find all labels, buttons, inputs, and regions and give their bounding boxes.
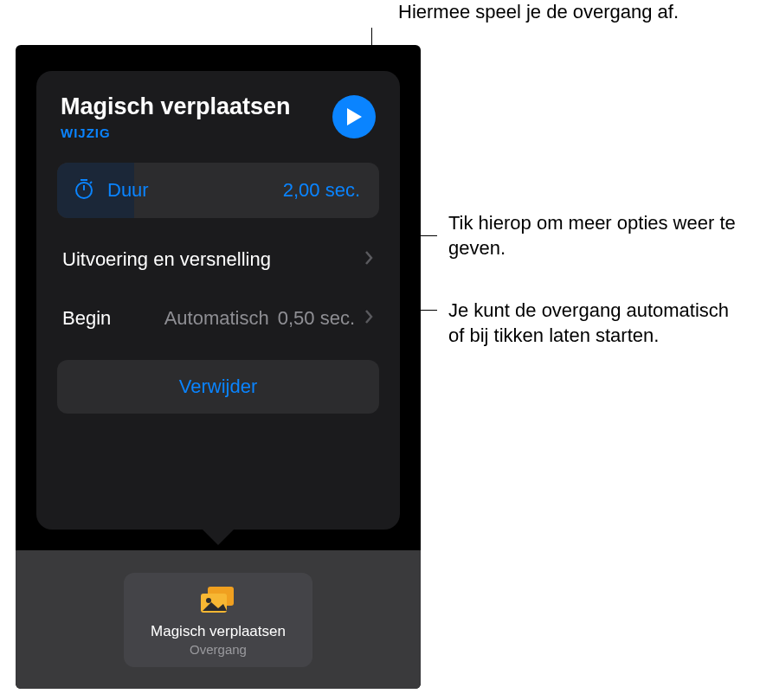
photos-icon <box>132 585 304 616</box>
callout-more-options: Tik hierop om meer opties weer te geven. <box>448 211 743 260</box>
chevron-right-icon <box>364 307 374 330</box>
duration-value: 2,00 sec. <box>283 179 360 202</box>
duration-label: Duur <box>107 179 149 202</box>
edit-link[interactable]: WIJZIG <box>61 125 291 140</box>
callout-play-transition: Hiermee speel je de overgang af. <box>398 0 679 25</box>
begin-delay: 0,50 sec. <box>278 307 355 330</box>
begin-row[interactable]: Begin Automatisch 0,50 sec. <box>57 289 379 348</box>
callout-start-mode: Je kunt de overgang automatisch of bij t… <box>448 299 743 348</box>
play-button[interactable] <box>332 95 376 138</box>
svg-line-3 <box>90 182 92 183</box>
timer-icon <box>73 177 95 203</box>
begin-mode: Automatisch <box>164 307 269 330</box>
slide-navigator-bar: Magisch verplaatsen Overgang <box>16 550 421 689</box>
performance-label: Uitvoering en versnelling <box>62 248 271 271</box>
transition-popover: Magisch verplaatsen WIJZIG <box>36 71 400 530</box>
delete-button[interactable]: Verwijder <box>57 360 379 414</box>
popover-header: Magisch verplaatsen WIJZIG <box>36 93 400 156</box>
begin-label: Begin <box>62 307 111 329</box>
transition-title: Magisch verplaatsen <box>61 93 291 120</box>
duration-slider[interactable]: Duur 2,00 sec. <box>57 163 379 218</box>
thumbnail-title: Magisch verplaatsen <box>132 623 304 640</box>
svg-point-6 <box>206 598 211 603</box>
transition-thumbnail[interactable]: Magisch verplaatsen Overgang <box>124 573 312 667</box>
device-frame: Magisch verplaatsen WIJZIG <box>16 45 421 689</box>
chevron-right-icon <box>364 248 374 271</box>
performance-acceleration-row[interactable]: Uitvoering en versnelling <box>57 230 379 289</box>
thumbnail-subtitle: Overgang <box>132 642 304 657</box>
play-icon <box>345 106 364 127</box>
